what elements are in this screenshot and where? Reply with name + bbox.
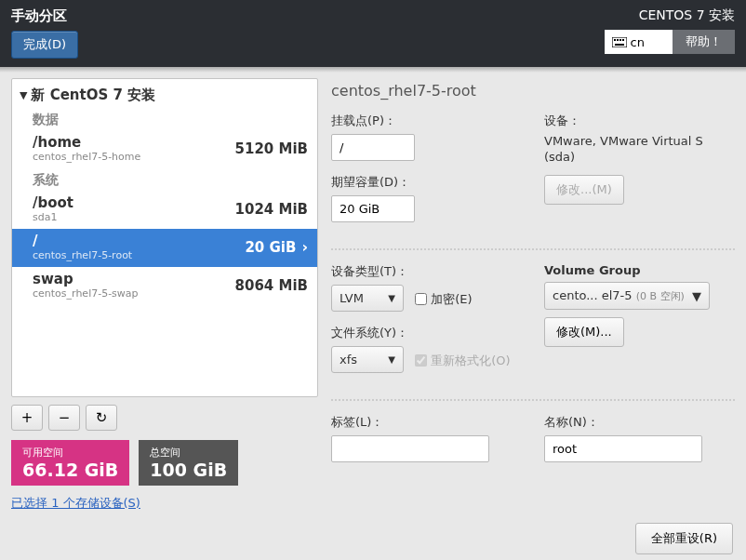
partition-row[interactable]: /bootsda11024 MiB [12, 191, 317, 229]
divider [331, 248, 735, 250]
name-input[interactable] [544, 435, 702, 462]
install-title: CENTOS 7 安装 [605, 7, 735, 24]
partition-size: 8064 MiB [235, 277, 308, 294]
remove-partition-button[interactable]: − [48, 405, 80, 431]
volume-group-value: cento... el7-5 [553, 288, 633, 302]
svg-rect-1 [614, 39, 616, 41]
device-type-label: 设备类型(T)： [331, 263, 522, 280]
partition-sub: centos_rhel7-5-swap [33, 287, 139, 300]
partition-sub: centos_rhel7-5-root [33, 249, 132, 261]
partition-name: /boot [33, 194, 73, 211]
tree-root-title: 新 CentOS 7 安装 [31, 87, 155, 104]
partition-size: 1024 MiB [235, 201, 308, 218]
divider [331, 399, 735, 401]
svg-rect-3 [619, 39, 621, 41]
available-space-value: 66.12 GiB [22, 460, 118, 480]
help-button[interactable]: 帮助！ [673, 30, 735, 54]
partition-size: 5120 MiB [235, 140, 308, 157]
capacity-input[interactable] [331, 195, 415, 222]
mount-point-input[interactable] [331, 134, 415, 161]
capacity-label: 期望容量(D)： [331, 174, 522, 191]
caret-down-icon: ▼ [692, 289, 701, 303]
device-type-value: LVM [340, 291, 364, 305]
expand-arrow-icon: ▼ [20, 89, 27, 101]
partition-row[interactable]: swapcentos_rhel7-5-swap8064 MiB [12, 267, 317, 305]
storage-devices-link[interactable]: 已选择 1 个存储设备(S) [11, 495, 318, 512]
modify-device-button-disabled: 修改...(M) [544, 175, 624, 205]
partition-sub: centos_rhel7-5-home [33, 151, 140, 163]
svg-rect-0 [612, 37, 627, 47]
svg-rect-5 [615, 44, 624, 46]
partition-row[interactable]: /centos_rhel7-5-root20 GiB› [12, 229, 317, 267]
name-label: 名称(N)： [544, 414, 735, 431]
svg-rect-2 [617, 39, 619, 41]
tree-category: 系统 [12, 168, 317, 191]
caret-down-icon: ▼ [388, 293, 395, 303]
done-button[interactable]: 完成(D) [11, 31, 78, 59]
modify-vg-button[interactable]: 修改(M)... [544, 317, 624, 347]
volume-group-label: Volume Group [544, 263, 735, 277]
volume-group-select[interactable]: cento... el7-5 (0 B 空闲) ▼ [544, 282, 710, 310]
partition-name: swap [33, 271, 139, 287]
page-title: 手动分区 [11, 7, 78, 25]
reformat-label: 重新格式化(O) [431, 353, 510, 369]
partition-tree: ▼ 新 CentOS 7 安装 数据/homecentos_rhel7-5-ho… [11, 78, 318, 397]
chevron-right-icon: › [301, 238, 308, 256]
encrypt-checkbox[interactable] [415, 293, 427, 305]
device-type-select[interactable]: LVM ▼ [331, 285, 404, 312]
label-input[interactable] [331, 435, 489, 462]
total-space-box: 总空间 100 GiB [139, 440, 238, 486]
total-space-value: 100 GiB [150, 460, 227, 480]
filesystem-value: xfs [340, 353, 357, 367]
filesystem-label: 文件系统(Y)： [331, 325, 522, 341]
partition-sub: sda1 [33, 211, 73, 223]
keyboard-layout-code: cn [631, 35, 645, 49]
partition-name: /home [33, 134, 140, 151]
device-text: VMware, VMware Virtual S (sda) [544, 134, 735, 166]
partition-row[interactable]: /homecentos_rhel7-5-home5120 MiB [12, 130, 317, 168]
volume-group-free: (0 B 空闲) [636, 290, 685, 302]
svg-rect-4 [622, 39, 624, 41]
keyboard-layout-indicator[interactable]: cn [605, 30, 673, 54]
available-space-label: 可用空间 [22, 446, 118, 460]
top-bar: 手动分区 完成(D) CENTOS 7 安装 cn 帮助！ [0, 0, 746, 67]
reformat-checkbox [415, 354, 427, 367]
label-label: 标签(L)： [331, 414, 522, 431]
partition-size: 20 GiB [245, 239, 296, 256]
reset-all-button[interactable]: 全部重设(R) [635, 523, 733, 554]
caret-down-icon: ▼ [388, 354, 395, 365]
filesystem-select[interactable]: xfs ▼ [331, 346, 404, 373]
mount-point-label: 挂载点(P)： [331, 113, 522, 129]
detail-title: centos_rhel7-5-root [331, 82, 735, 100]
partition-name: / [33, 233, 132, 249]
keyboard-icon [612, 37, 627, 47]
add-partition-button[interactable]: + [11, 405, 43, 431]
device-label: 设备： [544, 113, 735, 129]
encrypt-label: 加密(E) [431, 291, 472, 308]
reload-button[interactable]: ↻ [86, 405, 117, 431]
available-space-box: 可用空间 66.12 GiB [11, 440, 129, 486]
tree-root-header[interactable]: ▼ 新 CentOS 7 安装 [12, 79, 317, 108]
tree-category: 数据 [12, 108, 317, 130]
total-space-label: 总空间 [150, 446, 227, 460]
